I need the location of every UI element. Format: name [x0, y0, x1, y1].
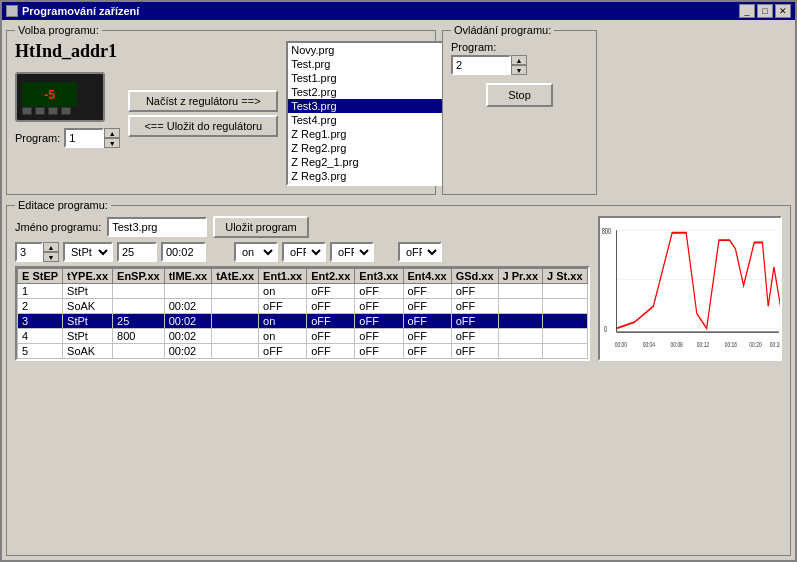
file-list-item[interactable]: Test2.prg	[288, 85, 459, 99]
table-cell: oFF	[355, 329, 403, 344]
table-cell: oFF	[307, 284, 355, 299]
spin-down-left[interactable]: ▼	[104, 138, 120, 148]
file-list-item[interactable]: Test3.prg	[288, 99, 459, 113]
table-cell	[212, 344, 259, 359]
program-spinner-right[interactable]: ▲ ▼	[451, 55, 588, 75]
table-cell: oFF	[307, 344, 355, 359]
table-header: tYPE.xx	[63, 269, 113, 284]
save-program-button[interactable]: Uložit program	[213, 216, 309, 238]
save-to-button[interactable]: <== Uložit do regulátoru	[128, 115, 278, 137]
table-cell	[113, 299, 165, 314]
program-field-right: Program: ▲ ▼	[451, 41, 588, 75]
minimize-button[interactable]: _	[739, 4, 755, 18]
ensp-input[interactable]	[117, 242, 157, 262]
table-cell: on	[259, 314, 307, 329]
step-type-select[interactable]: StPtSoAKrAmP	[63, 242, 113, 262]
svg-text:00:16: 00:16	[724, 340, 737, 348]
file-list-item[interactable]: Test.prg	[288, 57, 459, 71]
table-cell	[543, 314, 587, 329]
device-title: HtInd_addr1	[15, 41, 117, 62]
table-cell	[113, 284, 165, 299]
top-section: Volba programu: HtInd_addr1 -5	[6, 24, 791, 195]
close-button[interactable]: ✕	[775, 4, 791, 18]
chart-line	[616, 233, 780, 329]
file-list-item[interactable]: Z Reg3.prg	[288, 169, 459, 183]
program-input-left[interactable]	[64, 128, 104, 148]
ent3-select[interactable]: oFFon	[330, 242, 374, 262]
device-btn-4	[61, 107, 71, 115]
maximize-button[interactable]: □	[757, 4, 773, 18]
stop-button[interactable]: Stop	[486, 83, 553, 107]
svg-text:800: 800	[601, 226, 611, 237]
table-row[interactable]: 2SoAK00:02oFFoFFoFFoFFoFF	[18, 299, 588, 314]
device-btn-1	[22, 107, 32, 115]
spin-down-right[interactable]: ▼	[511, 65, 527, 75]
ent2-select[interactable]: oFFon	[282, 242, 326, 262]
table-header: tIME.xx	[164, 269, 212, 284]
table-row[interactable]: 5SoAK00:02oFFoFFoFFoFFoFF	[18, 344, 588, 359]
spin-up-right[interactable]: ▲	[511, 55, 527, 65]
table-cell	[543, 284, 587, 299]
table-cell	[498, 344, 542, 359]
table-cell	[498, 329, 542, 344]
file-list-panel: Novy.prgTest.prgTest1.prgTest2.prgTest3.…	[286, 41, 461, 186]
step-spinner[interactable]: ▲ ▼	[15, 242, 59, 262]
table-cell: 00:02	[164, 344, 212, 359]
file-list[interactable]: Novy.prgTest.prgTest1.prgTest2.prgTest3.…	[286, 41, 461, 186]
controls-row: ▲ ▼ StPtSoAKrAmP onoFF	[15, 242, 590, 262]
table-cell: 800	[113, 329, 165, 344]
file-list-item[interactable]: Test1.prg	[288, 71, 459, 85]
table-cell: oFF	[451, 299, 498, 314]
table-cell: on	[259, 284, 307, 299]
table-cell: oFF	[451, 284, 498, 299]
program-input-right[interactable]	[451, 55, 511, 75]
table-cell: oFF	[451, 329, 498, 344]
table-header: J St.xx	[543, 269, 587, 284]
table-cell: oFF	[451, 344, 498, 359]
editace-label: Editace programu:	[15, 199, 111, 211]
table-cell: oFF	[259, 344, 307, 359]
chart-svg: 800 0 00:00 00:04 00:08 00:12 00:16 00:2…	[600, 218, 781, 359]
table-cell: oFF	[403, 284, 451, 299]
table-cell: oFF	[355, 344, 403, 359]
table-row[interactable]: 1StPtonoFFoFFoFFoFF	[18, 284, 588, 299]
table-cell: SoAK	[63, 299, 113, 314]
file-list-item[interactable]: Novy.prg	[288, 43, 459, 57]
table-cell: StPt	[63, 329, 113, 344]
table-cell	[543, 344, 587, 359]
file-list-item[interactable]: Z Reg1.prg	[288, 127, 459, 141]
table-row[interactable]: 3StPt2500:02onoFFoFFoFFoFF	[18, 314, 588, 329]
main-window: Programování zařízení _ □ ✕ Volba progra…	[0, 0, 797, 562]
program-spinner-left[interactable]: ▲ ▼	[64, 128, 120, 148]
step-input[interactable]	[15, 242, 43, 262]
title-bar: Programování zařízení _ □ ✕	[2, 2, 795, 20]
file-list-item[interactable]: Test4.prg	[288, 113, 459, 127]
table-header: EnSP.xx	[113, 269, 165, 284]
file-list-item[interactable]: Z Reg2_1.prg	[288, 155, 459, 169]
program-label-left: Program:	[15, 132, 60, 144]
table-cell: oFF	[307, 314, 355, 329]
load-button[interactable]: Načíst z regulátoru ==>	[128, 90, 278, 112]
spin-up-left[interactable]: ▲	[104, 128, 120, 138]
table-section: E StEPtYPE.xxEnSP.xxtIME.xxtAtE.xxEnt1.x…	[15, 266, 590, 361]
step-spin-down[interactable]: ▼	[43, 252, 59, 262]
table-cell: oFF	[355, 299, 403, 314]
ent1-select[interactable]: onoFF	[234, 242, 278, 262]
table-header: GSd.xx	[451, 269, 498, 284]
program-label-right: Program:	[451, 41, 588, 53]
file-list-item[interactable]: Z Reg2.prg	[288, 141, 459, 155]
table-row[interactable]: 4StPt80000:02onoFFoFFoFFoFF	[18, 329, 588, 344]
device-btn-2	[35, 107, 45, 115]
name-input[interactable]	[107, 217, 207, 237]
table-cell	[212, 299, 259, 314]
svg-text:00:04: 00:04	[642, 340, 655, 348]
table-header: Ent3.xx	[355, 269, 403, 284]
table-cell: oFF	[403, 314, 451, 329]
ent4-select[interactable]: oFFon	[398, 242, 442, 262]
time-input[interactable]	[161, 242, 206, 262]
table-cell: StPt	[63, 284, 113, 299]
main-content: Volba programu: HtInd_addr1 -5	[2, 20, 795, 560]
table-cell: 00:02	[164, 314, 212, 329]
table-cell: on	[259, 329, 307, 344]
step-spin-up[interactable]: ▲	[43, 242, 59, 252]
